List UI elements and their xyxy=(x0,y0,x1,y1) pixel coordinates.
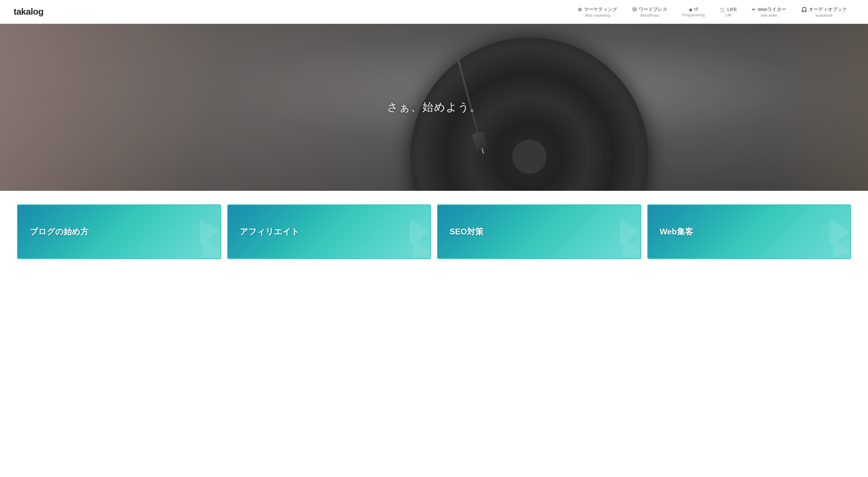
hero-tagline: さぁ、始めよう。 xyxy=(387,100,481,115)
nav-label-life: LIFE xyxy=(727,7,737,12)
nav-item-top-it: ◈IT xyxy=(689,7,698,12)
nav-icon-webwriter: ✏ xyxy=(752,7,756,12)
main-nav: ⚙マーケティングWeb marketingⓌワードプレスWordPress◈IT… xyxy=(570,4,854,20)
hero-section: さぁ、始めよう。 xyxy=(0,24,868,191)
nav-sub-it: Programming xyxy=(682,13,705,17)
nav-item-it[interactable]: ◈ITProgramming xyxy=(675,4,712,20)
nav-item-life[interactable]: 🛒LIFELife xyxy=(712,4,745,20)
nav-sub-audiobook: audiobook xyxy=(816,13,833,17)
nav-item-wordpress[interactable]: ⓌワードプレスWordPress xyxy=(625,4,675,20)
card-label-blog: ブログの始め方 xyxy=(30,226,89,237)
card-shapes-blog xyxy=(173,205,220,258)
svg-marker-6 xyxy=(413,238,430,259)
nav-item-audiobook[interactable]: 🎧オーディオブックaudiobook xyxy=(794,4,854,20)
card-seo[interactable]: SEO対策 xyxy=(437,204,641,259)
nav-label-audiobook: オーディオブック xyxy=(809,6,847,13)
nav-label-webwriter: Webライター xyxy=(758,6,786,13)
nav-item-top-webwriter: ✏Webライター xyxy=(752,6,786,13)
site-logo[interactable]: takalog xyxy=(14,6,44,17)
card-shapes-web xyxy=(803,205,850,258)
nav-icon-life: 🛒 xyxy=(720,7,726,12)
cards-section: ブログの始め方 アフィリエイト SEO対策 Web集客 xyxy=(0,191,868,273)
nav-item-webwriter[interactable]: ✏Webライターweb writer xyxy=(744,4,794,20)
card-shapes-affiliate xyxy=(383,205,430,258)
nav-item-top-marketing: ⚙マーケティング xyxy=(578,6,617,13)
card-shapes-seo xyxy=(593,205,640,258)
nav-item-top-audiobook: 🎧オーディオブック xyxy=(801,6,847,13)
svg-marker-1 xyxy=(203,238,220,259)
nav-icon-it: ◈ xyxy=(689,7,693,12)
nav-item-top-wordpress: Ⓦワードプレス xyxy=(632,6,667,13)
nav-sub-wordpress: WordPress xyxy=(640,13,659,17)
nav-icon-wordpress: Ⓦ xyxy=(632,6,637,13)
nav-label-wordpress: ワードプレス xyxy=(639,6,667,13)
card-label-web: Web集客 xyxy=(660,226,693,237)
nav-sub-marketing: Web marketing xyxy=(585,13,610,17)
nav-icon-marketing: ⚙ xyxy=(578,7,582,12)
card-web[interactable]: Web集客 xyxy=(647,204,851,259)
hero-background: さぁ、始めよう。 xyxy=(0,24,868,191)
nav-label-it: IT xyxy=(694,7,698,12)
nav-icon-audiobook: 🎧 xyxy=(801,7,807,12)
card-label-seo: SEO対策 xyxy=(450,226,483,237)
svg-marker-16 xyxy=(833,238,850,259)
nav-sub-webwriter: web writer xyxy=(761,13,778,17)
card-label-affiliate: アフィリエイト xyxy=(240,226,299,237)
svg-marker-11 xyxy=(623,238,640,259)
nav-item-marketing[interactable]: ⚙マーケティングWeb marketing xyxy=(570,4,625,20)
header: takalog ⚙マーケティングWeb marketingⓌワードプレスWord… xyxy=(0,0,868,24)
nav-item-top-life: 🛒LIFE xyxy=(720,7,737,12)
nav-sub-life: Life xyxy=(725,13,731,17)
nav-label-marketing: マーケティング xyxy=(584,6,617,13)
card-blog[interactable]: ブログの始め方 xyxy=(17,204,221,259)
card-affiliate[interactable]: アフィリエイト xyxy=(227,204,431,259)
